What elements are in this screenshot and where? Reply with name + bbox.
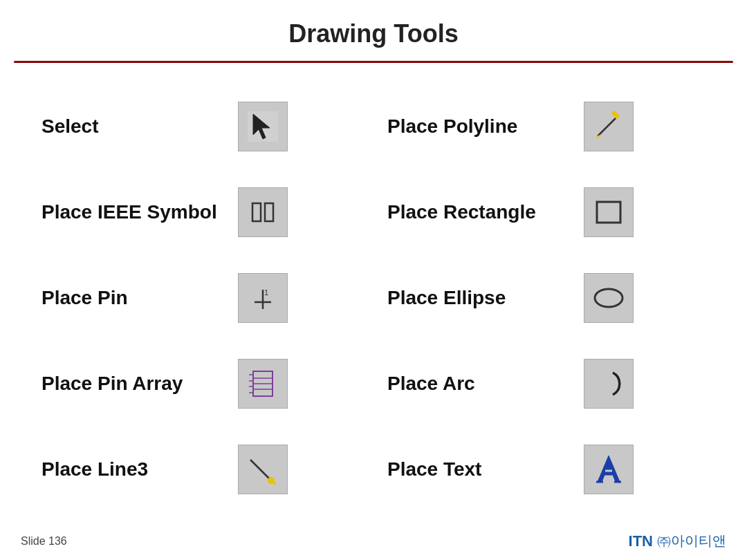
tool-place-rectangle-label: Place Rectangle xyxy=(387,201,567,223)
logo-area: ITN ㈜아이티앤 xyxy=(629,532,726,550)
rectangle-icon xyxy=(584,187,634,237)
arc-icon xyxy=(584,359,634,409)
tool-place-pin[interactable]: Place Pin 1 xyxy=(28,255,374,341)
tool-place-ieee-symbol-label: Place IEEE Symbol xyxy=(42,201,221,223)
tool-place-line3[interactable]: Place Line3 xyxy=(28,427,374,512)
tool-place-arc-label: Place Arc xyxy=(387,373,567,395)
tool-place-ieee-symbol[interactable]: Place IEEE Symbol xyxy=(28,169,374,255)
line3-icon xyxy=(238,445,288,494)
tool-place-rectangle[interactable]: Place Rectangle xyxy=(374,169,719,255)
pin-icon: 1 xyxy=(238,273,288,323)
slide-number: Slide 136 xyxy=(21,535,67,548)
tool-place-polyline[interactable]: Place Polyline xyxy=(374,84,719,169)
tool-place-arc[interactable]: Place Arc xyxy=(374,341,719,427)
tool-place-text[interactable]: Place Text xyxy=(374,427,719,512)
footer: Slide 136 ITN ㈜아이티앤 xyxy=(0,532,747,550)
page-title: Drawing Tools xyxy=(0,0,747,61)
ellipse-icon xyxy=(584,273,634,323)
tool-place-text-label: Place Text xyxy=(387,458,567,480)
ieee-icon xyxy=(238,187,288,237)
svg-rect-2 xyxy=(591,109,627,144)
tool-place-polyline-label: Place Polyline xyxy=(387,115,567,138)
svg-text:1: 1 xyxy=(264,288,268,297)
svg-rect-26 xyxy=(591,366,627,402)
svg-rect-6 xyxy=(246,195,280,230)
tool-place-pin-label: Place Pin xyxy=(42,287,221,309)
section-divider xyxy=(14,61,733,63)
text-icon xyxy=(584,445,634,494)
svg-rect-15 xyxy=(591,280,627,316)
pinarray-icon xyxy=(238,359,288,409)
tool-place-pin-array[interactable]: Place Pin Array xyxy=(28,341,374,427)
polyline-icon xyxy=(584,102,634,151)
tool-place-ellipse[interactable]: Place Ellipse xyxy=(374,255,719,341)
logo-itn: ITN xyxy=(629,532,653,550)
tool-place-line3-label: Place Line3 xyxy=(42,458,221,480)
select-icon xyxy=(238,102,288,151)
tool-place-ellipse-label: Place Ellipse xyxy=(387,287,567,309)
svg-rect-27 xyxy=(245,451,281,487)
tool-select[interactable]: Select xyxy=(28,84,374,169)
tool-place-pin-array-label: Place Pin Array xyxy=(42,373,221,395)
tool-select-label: Select xyxy=(42,115,221,138)
logo-korean: ㈜아이티앤 xyxy=(657,532,726,550)
tools-grid: Select Place Polyline Place IEEE Symbol xyxy=(28,84,719,512)
